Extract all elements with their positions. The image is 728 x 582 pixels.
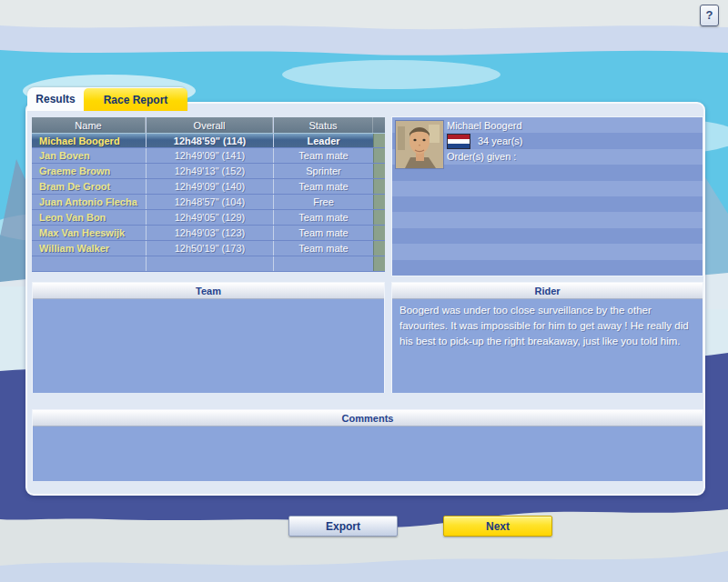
comments-panel: Comments [32, 409, 703, 481]
rider-panel-title: Rider [392, 283, 703, 299]
info-empty-row [392, 212, 703, 227]
table-row[interactable]: Bram De Groot12h49'09" (140)Team mate [32, 179, 385, 195]
table-row[interactable]: Juan Antonio Flecha12h48'57" (104)Free [32, 195, 385, 210]
netherlands-flag-icon [447, 134, 470, 149]
table-cell-status: Free [273, 195, 373, 209]
results-rows: Michael Boogerd12h48'59" (114)LeaderJan … [32, 133, 385, 272]
column-header-status[interactable]: Status [273, 117, 373, 133]
table-cell-strip [373, 210, 385, 225]
table-cell-name: Juan Antonio Flecha [32, 195, 146, 209]
main-panel: Name Overall Status Michael Boogerd12h48… [25, 102, 705, 496]
next-button[interactable]: Next [443, 516, 552, 537]
rider-info-box: Michael Boogerd34 year(s)Order(s) given … [391, 116, 703, 276]
rider-panel-body: Boogerd was under too close surveillance… [392, 299, 703, 393]
table-cell-overall: 12h48'57" (104) [146, 195, 273, 209]
column-header-name[interactable]: Name [32, 117, 146, 133]
table-cell-status: Team mate [273, 226, 373, 240]
info-empty-row [392, 196, 703, 212]
table-cell-strip [373, 179, 385, 194]
help-button[interactable]: ? [700, 5, 719, 26]
table-row[interactable]: Leon Van Bon12h49'05" (129)Team mate [32, 210, 385, 226]
table-cell-status: Team mate [273, 210, 373, 225]
rider-panel: Rider Boogerd was under too close survei… [391, 282, 703, 393]
table-cell-name: Michael Boogerd [32, 134, 146, 147]
table-cell-strip [373, 148, 385, 163]
table-cell-name: Graeme Brown [32, 164, 146, 178]
table-cell-overall [146, 256, 273, 271]
table-cell-overall: 12h49'03" (123) [146, 226, 273, 240]
results-table: Name Overall Status Michael Boogerd12h48… [32, 117, 385, 272]
info-empty-row [392, 244, 703, 259]
tab-bar: Results Race Report [27, 87, 187, 111]
table-cell-overall: 12h49'09" (141) [146, 148, 273, 163]
table-row[interactable]: Max Van Heeswijk12h49'03" (123)Team mate [32, 226, 385, 241]
table-cell-status [273, 256, 373, 271]
table-cell-overall: 12h49'05" (129) [146, 210, 273, 225]
table-cell-strip [373, 134, 385, 147]
rider-portrait [395, 120, 444, 169]
table-row[interactable]: Michael Boogerd12h48'59" (114)Leader [32, 133, 385, 148]
race-report-screen: ? Results Race Report Name Overall Statu… [0, 0, 728, 582]
export-button[interactable]: Export [288, 516, 398, 537]
info-empty-row [392, 181, 703, 196]
table-cell-overall: 12h49'09" (140) [146, 179, 273, 194]
table-cell-strip [373, 164, 385, 178]
table-cell-strip [373, 256, 385, 271]
column-header-overall[interactable]: Overall [146, 117, 273, 133]
results-table-header: Name Overall Status [32, 117, 385, 133]
table-cell-status: Team mate [273, 241, 373, 256]
table-row[interactable]: Graeme Brown12h49'13" (152)Sprinter [32, 164, 385, 179]
table-cell-status: Sprinter [273, 164, 373, 178]
table-cell-name: William Walker [32, 241, 146, 256]
rider-age: 34 year(s) [478, 135, 523, 146]
tab-race-report[interactable]: Race Report [84, 88, 187, 111]
table-cell-overall: 12h50'19" (173) [146, 241, 273, 256]
comments-panel-body [33, 426, 703, 481]
comments-panel-title: Comments [33, 410, 703, 426]
table-cell-name: Bram De Groot [32, 179, 146, 194]
column-header-spacer [373, 117, 385, 133]
table-cell-strip [373, 195, 385, 209]
table-row[interactable]: Jan Boven12h49'09" (141)Team mate [32, 148, 385, 164]
table-cell-name [32, 256, 146, 271]
table-cell-status: Team mate [273, 179, 373, 194]
table-cell-name: Max Van Heeswijk [32, 226, 146, 240]
table-row-empty[interactable] [32, 256, 385, 272]
table-cell-strip [373, 226, 385, 240]
table-cell-status: Team mate [273, 148, 373, 163]
table-cell-name: Leon Van Bon [32, 210, 146, 225]
table-cell-overall: 12h48'59" (114) [146, 134, 273, 147]
team-panel-body [33, 299, 384, 393]
info-empty-row [392, 228, 703, 244]
table-cell-name: Jan Boven [32, 148, 146, 163]
team-panel: Team [32, 282, 385, 393]
table-cell-overall: 12h49'13" (152) [146, 164, 273, 178]
info-empty-row [392, 260, 703, 276]
table-row[interactable]: William Walker12h50'19" (173)Team mate [32, 241, 385, 256]
table-cell-status: Leader [273, 134, 373, 147]
table-cell-strip [373, 241, 385, 256]
tab-results[interactable]: Results [27, 87, 84, 111]
team-panel-title: Team [33, 283, 384, 299]
